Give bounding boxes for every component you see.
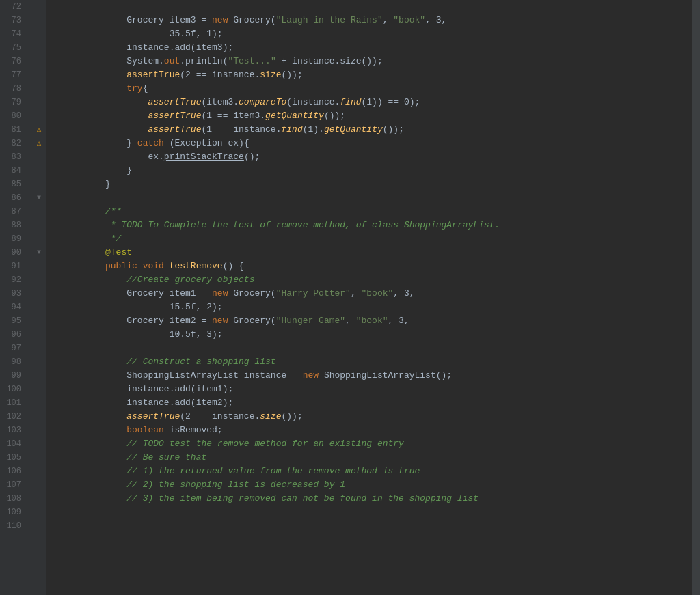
fold-icon-90: ▼: [37, 246, 41, 260]
gutter-90[interactable]: ▼: [31, 246, 46, 260]
gutter-79: [31, 96, 46, 109]
line-num-106: 106: [0, 465, 25, 478]
code-area[interactable]: Grocery item3 = new Grocery("Laugh in th…: [46, 0, 692, 595]
gutter-82[interactable]: ⚠: [31, 137, 46, 150]
line-num-90: 90: [0, 246, 25, 260]
warning-icon-82: ⚠: [37, 137, 42, 150]
line-num-77: 77: [0, 68, 25, 82]
gutter-105: [31, 451, 46, 465]
gutter-78: [31, 82, 46, 96]
gutter-102: [31, 410, 46, 424]
gutter-107: [31, 478, 46, 492]
gutter-85: [31, 178, 46, 191]
line-num-76: 76: [0, 55, 25, 68]
line-num-108: 108: [0, 492, 25, 506]
code-line-84: }: [52, 164, 692, 178]
line-num-80: 80: [0, 109, 25, 123]
line-num-73: 73: [0, 14, 25, 27]
code-line-72: Grocery item3 = new Grocery("Laugh in th…: [52, 0, 692, 14]
gutter-86[interactable]: ▼: [31, 191, 46, 205]
line-num-103: 103: [0, 424, 25, 437]
line-num-78: 78: [0, 82, 25, 96]
line-num-82: 82: [0, 137, 25, 150]
fold-icon-86: ▼: [37, 191, 41, 205]
line-num-86: 86: [0, 191, 25, 205]
gutter-88: [31, 219, 46, 232]
line-num-107: 107: [0, 478, 25, 492]
line-num-96: 96: [0, 328, 25, 342]
gutter-104: [31, 437, 46, 451]
gutter-84: [31, 164, 46, 178]
line-num-91: 91: [0, 260, 25, 273]
code-line-85: [52, 178, 692, 191]
gutter-77: [31, 68, 46, 82]
gutter-103: [31, 424, 46, 437]
gutter: ⚠ ⚠ ▼ ▼: [31, 0, 46, 595]
gutter-100: [31, 383, 46, 396]
gutter-109: [31, 506, 46, 519]
gutter-108: [31, 492, 46, 506]
line-num-72: 72: [0, 0, 25, 14]
line-num-89: 89: [0, 232, 25, 246]
line-num-88: 88: [0, 219, 25, 232]
gutter-101: [31, 396, 46, 410]
code-line-97: // Construct a shopping list: [52, 342, 692, 355]
line-num-87: 87: [0, 205, 25, 219]
line-num-85: 85: [0, 178, 25, 191]
line-num-109: 109: [0, 506, 25, 519]
gutter-76: [31, 55, 46, 68]
line-num-94: 94: [0, 301, 25, 314]
line-num-102: 102: [0, 410, 25, 424]
gutter-95: [31, 314, 46, 328]
line-num-105: 105: [0, 451, 25, 465]
scrollbar[interactable]: [692, 0, 700, 595]
line-num-81: 81: [0, 123, 25, 137]
gutter-83: [31, 150, 46, 164]
line-num-74: 74: [0, 27, 25, 41]
code-line-86: /**: [52, 191, 692, 205]
gutter-80: [31, 109, 46, 123]
line-num-79: 79: [0, 96, 25, 109]
warning-icon-81: ⚠: [37, 123, 42, 137]
line-num-84: 84: [0, 164, 25, 178]
line-num-93: 93: [0, 287, 25, 301]
gutter-74: [31, 27, 46, 41]
line-num-83: 83: [0, 150, 25, 164]
line-num-110: 110: [0, 519, 25, 533]
gutter-94: [31, 301, 46, 314]
code-line-89: @Test: [52, 232, 692, 246]
line-num-101: 101: [0, 396, 25, 410]
line-num-75: 75: [0, 41, 25, 55]
line-num-92: 92: [0, 273, 25, 287]
code-line-109: [52, 506, 692, 519]
line-num-104: 104: [0, 437, 25, 451]
gutter-97: [31, 342, 46, 355]
gutter-91: [31, 260, 46, 273]
gutter-106: [31, 465, 46, 478]
gutter-96: [31, 328, 46, 342]
gutter-92: [31, 273, 46, 287]
line-num-95: 95: [0, 314, 25, 328]
line-num-97: 97: [0, 342, 25, 355]
line-num-99: 99: [0, 369, 25, 383]
gutter-99: [31, 369, 46, 383]
editor-container: 72 73 74 75 76 77 78 79 80 81 82 83 84 8…: [0, 0, 700, 595]
line-num-98: 98: [0, 355, 25, 369]
line-numbers: 72 73 74 75 76 77 78 79 80 81 82 83 84 8…: [0, 0, 31, 595]
gutter-75: [31, 41, 46, 55]
gutter-98: [31, 355, 46, 369]
gutter-110: [31, 519, 46, 533]
code-line-90: public void testRemove() {: [52, 246, 692, 260]
gutter-81[interactable]: ⚠: [31, 123, 46, 137]
gutter-93: [31, 287, 46, 301]
gutter-72: [31, 0, 46, 14]
line-num-100: 100: [0, 383, 25, 396]
gutter-87: [31, 205, 46, 219]
gutter-73: [31, 14, 46, 27]
code-line-110: [52, 519, 692, 533]
gutter-89: [31, 232, 46, 246]
code-line-87: * TODO To Complete the test of remove me…: [52, 205, 692, 219]
